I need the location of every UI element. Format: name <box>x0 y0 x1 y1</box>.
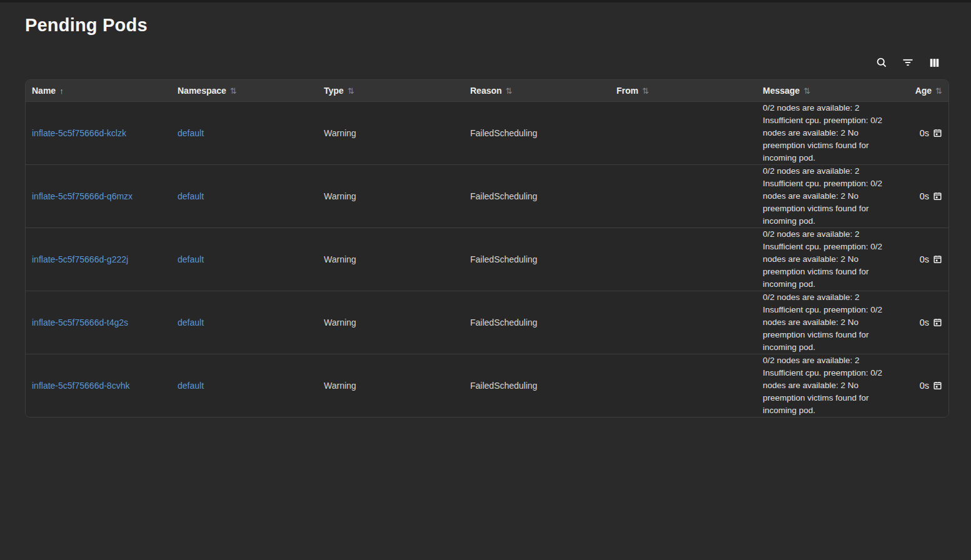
search-icon <box>875 56 888 69</box>
namespace-link[interactable]: default <box>178 191 204 201</box>
column-header-label: From <box>616 86 638 96</box>
age-cell: 0s <box>920 318 929 328</box>
column-header-label: Namespace <box>178 86 226 96</box>
calendar-icon <box>933 381 942 390</box>
pod-name-link[interactable]: inflate-5c5f75666d-t4g2s <box>32 318 128 328</box>
age-cell: 0s <box>920 191 929 201</box>
sort-ascending-icon[interactable]: ↑ <box>59 86 64 96</box>
reason-cell: FailedScheduling <box>470 254 537 264</box>
message-cell: 0/2 nodes are available: 2 Insufficient … <box>763 291 894 354</box>
filter-button[interactable] <box>899 54 917 71</box>
age-cell-wrap: 0s <box>907 128 942 138</box>
column-header-label: Name <box>32 86 56 96</box>
age-cell-wrap: 0s <box>907 254 942 264</box>
table-row[interactable]: inflate-5c5f75666d-8cvhk default Warning… <box>26 354 949 417</box>
pod-name-link[interactable]: inflate-5c5f75666d-kclzk <box>32 128 126 138</box>
pod-name-link[interactable]: inflate-5c5f75666d-g222j <box>32 254 128 264</box>
message-cell: 0/2 nodes are available: 2 Insufficient … <box>763 354 894 417</box>
sort-arrows-icon[interactable]: ⇅ <box>803 86 810 96</box>
page-title: Pending Pods <box>25 15 949 36</box>
calendar-icon <box>933 254 942 264</box>
sort-arrows-icon[interactable]: ⇅ <box>506 86 513 96</box>
columns-button[interactable] <box>925 54 943 71</box>
pod-name-link[interactable]: inflate-5c5f75666d-q6mzx <box>32 191 133 201</box>
type-cell: Warning <box>324 128 356 138</box>
pending-pods-table: Name↑ Namespace⇅ Type⇅ Reason⇅ From⇅ Mes… <box>25 79 949 418</box>
type-cell: Warning <box>324 191 356 201</box>
namespace-link[interactable]: default <box>178 381 204 391</box>
namespace-link[interactable]: default <box>178 128 204 138</box>
namespace-link[interactable]: default <box>178 254 204 264</box>
message-cell: 0/2 nodes are available: 2 Insufficient … <box>763 228 894 291</box>
table-row[interactable]: inflate-5c5f75666d-g222j default Warning… <box>26 228 949 291</box>
column-header-from[interactable]: From⇅ <box>610 80 757 101</box>
reason-cell: FailedScheduling <box>470 318 537 328</box>
calendar-icon <box>933 318 942 327</box>
message-cell: 0/2 nodes are available: 2 Insufficient … <box>763 102 894 164</box>
type-cell: Warning <box>324 381 356 391</box>
age-cell-wrap: 0s <box>907 381 942 391</box>
table-row[interactable]: inflate-5c5f75666d-t4g2s default Warning… <box>26 291 949 354</box>
age-cell-wrap: 0s <box>907 191 942 201</box>
column-header-label: Age <box>915 86 932 96</box>
search-button[interactable] <box>873 54 890 71</box>
column-header-namespace[interactable]: Namespace⇅ <box>171 80 318 101</box>
age-cell-wrap: 0s <box>907 318 942 328</box>
namespace-link[interactable]: default <box>178 318 204 328</box>
type-cell: Warning <box>324 318 356 328</box>
calendar-icon <box>933 128 942 138</box>
table-header-row: Name↑ Namespace⇅ Type⇅ Reason⇅ From⇅ Mes… <box>26 80 949 101</box>
message-cell: 0/2 nodes are available: 2 Insufficient … <box>763 165 894 228</box>
column-header-type[interactable]: Type⇅ <box>318 80 464 101</box>
table-row[interactable]: inflate-5c5f75666d-kclzk default Warning… <box>26 101 949 164</box>
column-header-label: Message <box>763 86 800 96</box>
top-edge-strip <box>0 0 971 2</box>
reason-cell: FailedScheduling <box>470 191 537 201</box>
table-toolbar <box>25 54 949 71</box>
table-row[interactable]: inflate-5c5f75666d-q6mzx default Warning… <box>26 164 949 228</box>
age-cell: 0s <box>920 254 929 264</box>
column-header-reason[interactable]: Reason⇅ <box>464 80 610 101</box>
reason-cell: FailedScheduling <box>470 381 537 391</box>
age-cell: 0s <box>920 381 929 391</box>
view-columns-icon <box>928 57 940 69</box>
column-header-age[interactable]: Age⇅ <box>900 80 949 101</box>
pod-name-link[interactable]: inflate-5c5f75666d-8cvhk <box>32 381 129 391</box>
sort-arrows-icon[interactable]: ⇅ <box>935 86 942 96</box>
column-header-name[interactable]: Name↑ <box>26 80 171 101</box>
filter-list-icon <box>902 56 914 69</box>
column-header-message[interactable]: Message⇅ <box>757 80 900 101</box>
column-header-label: Reason <box>470 86 502 96</box>
sort-arrows-icon[interactable]: ⇅ <box>348 86 355 96</box>
table-body: inflate-5c5f75666d-kclzk default Warning… <box>26 101 949 417</box>
sort-arrows-icon[interactable]: ⇅ <box>642 86 649 96</box>
sort-arrows-icon[interactable]: ⇅ <box>230 86 237 96</box>
pending-pods-page: Pending Pods <box>0 15 971 418</box>
column-header-label: Type <box>324 86 344 96</box>
type-cell: Warning <box>324 254 356 264</box>
events-table: Name↑ Namespace⇅ Type⇅ Reason⇅ From⇅ Mes… <box>26 80 949 417</box>
age-cell: 0s <box>920 128 929 138</box>
calendar-icon <box>933 191 942 201</box>
reason-cell: FailedScheduling <box>470 128 537 138</box>
